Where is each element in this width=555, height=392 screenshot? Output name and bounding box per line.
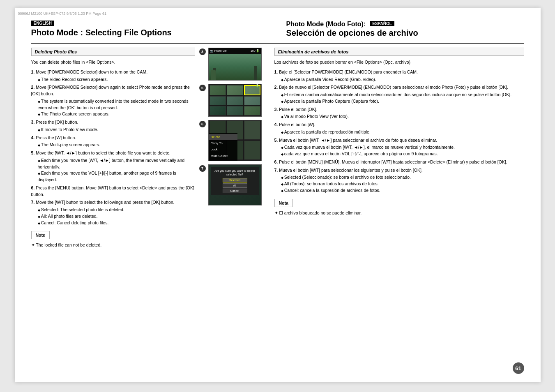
menu-overlay: Delete Copy To Lock Multi Select DPOF: [209, 133, 237, 161]
screenshot-6: 6: [199, 120, 262, 161]
english-text-screens: Deleting Photo files You can delete phot…: [31, 48, 262, 247]
english-intro: You can delete photo files in <File Opti…: [31, 59, 195, 66]
cam-screen-6: Delete Copy To Lock Multi Select DPOF: [208, 120, 262, 161]
english-header: ENGLISH Photo Mode : Selecting File Opti…: [31, 21, 278, 37]
main-content: Deleting Photo files You can delete phot…: [31, 48, 524, 247]
spanish-steps: 1. Baje el [Selector POWER/MODE] (ENC./M…: [274, 69, 524, 194]
menu-copy-to: Copy To: [209, 140, 237, 146]
cam-screen-5: 🔋: [208, 84, 262, 117]
menu-lock: Lock: [209, 146, 237, 152]
spanish-step-3: 3. Pulse el botón [OK]. Va al modo Photo…: [274, 106, 524, 120]
english-section-title: Deleting Photo files: [31, 48, 195, 56]
delete-dialog: Are you sure you want to delete selected…: [211, 167, 259, 195]
step-circle-3: 3: [199, 48, 206, 55]
spanish-badge: ESPAÑOL: [370, 21, 394, 26]
step-circle-5: 5: [199, 85, 206, 91]
screenshot-3: 3 📷 Photo Vie 100 🔋: [199, 48, 262, 81]
page: 00906J M2100 UK+ESP-072 9/8/05 1:23 PM P…: [15, 8, 541, 382]
cam-screen-7: Are you sure you want to delete selected…: [208, 164, 262, 205]
spanish-header: Photo Mode (Modo Foto): ESPAÑOL Selecció…: [278, 21, 524, 38]
english-content: Deleting Photo files You can delete phot…: [31, 48, 268, 247]
dialog-options: Selected All Cancel: [213, 178, 257, 193]
page-number: 61: [513, 362, 524, 374]
menu-delete: Delete: [209, 134, 237, 140]
english-badge: ENGLISH: [31, 21, 54, 26]
menu-dpof: DPOF: [209, 159, 237, 161]
spanish-content: Eliminación de archivos de fotos Los arc…: [268, 48, 524, 247]
english-note-text: The locked file can not be deleted.: [31, 242, 195, 247]
spanish-step-2: 2. Baje de nuevo el [Selector POWER/MODE…: [274, 84, 524, 104]
dialog-all: All: [223, 183, 247, 188]
spanish-note-text: El archivo bloqueado no se puede elimina…: [274, 210, 524, 215]
dialog-cancel: Cancel: [223, 189, 247, 193]
header: ENGLISH Photo Mode : Selecting File Opti…: [31, 21, 524, 38]
step-circle-6: 6: [199, 121, 206, 127]
spanish-main-title: Selección de opciones de archivo: [286, 28, 524, 38]
spanish-title-prefix: Photo Mode (Modo Foto):: [286, 21, 366, 28]
menu-multi-select: Multi Select: [209, 153, 237, 159]
english-text: Deleting Photo files You can delete phot…: [31, 48, 195, 247]
header-divider: [31, 43, 524, 44]
spanish-step-6: 6. Pulse el botón [MENU] (MENÚ). Mueva e…: [274, 159, 524, 166]
spanish-section-title: Eliminación de archivos de fotos: [274, 48, 524, 56]
english-step-7: 7. Move the [W/T] button to select the f…: [31, 199, 195, 226]
english-note-box: Note: [31, 231, 50, 239]
spanish-intro: Los archivos de foto se pueden borrar en…: [274, 59, 524, 66]
english-title: Photo Mode : Selecting File Options: [31, 28, 269, 37]
english-step-3: 3. Press the [OK] button. It moves to Ph…: [31, 119, 195, 133]
spanish-step-5: 5. Mueva el botón [W/T, ◄/►] para selecc…: [274, 137, 524, 157]
cam-screen-3: 📷 Photo Vie 100 🔋: [208, 48, 262, 81]
cam-status-3: 📷 Photo Vie 100 🔋: [209, 48, 261, 54]
spanish-note-box: Nota: [274, 199, 293, 207]
dialog-question: Are you sure you want to delete selected…: [213, 169, 257, 176]
english-steps: 1. Move [POWER/MODE Selector] down to tu…: [31, 69, 195, 226]
screenshots-panel: 3 📷 Photo Vie 100 🔋: [199, 48, 262, 247]
spanish-step-4: 4. Pulse el botón [W]. Aparece la pantal…: [274, 122, 524, 136]
english-step-1: 1. Move [POWER/MODE Selector] down to tu…: [31, 69, 195, 83]
screenshot-5: 5 🔋: [199, 84, 262, 117]
step-circle-7: 7: [199, 165, 206, 172]
english-step-6: 6. Press the [MENU] button. Move [W/T] b…: [31, 185, 195, 198]
spanish-step-7: 7. Mueva el botón [W/T] para seleccionar…: [274, 167, 524, 194]
english-step-4: 4. Press the [W] button. The Multi-play …: [31, 135, 195, 149]
screenshot-7: 7 Are you sure you want to delete select…: [199, 164, 262, 205]
doc-ref: 00906J M2100 UK+ESP-072 9/8/05 1:23 PM P…: [18, 12, 106, 16]
english-step-2: 2. Move [POWER/MODE Selector] down again…: [31, 84, 195, 118]
dialog-selected: Selected: [223, 178, 247, 182]
english-step-5: 5. Move the [W/T, ◄/►] button to select …: [31, 150, 195, 183]
spanish-step-1: 1. Baje el [Selector POWER/MODE] (ENC./M…: [274, 69, 524, 83]
